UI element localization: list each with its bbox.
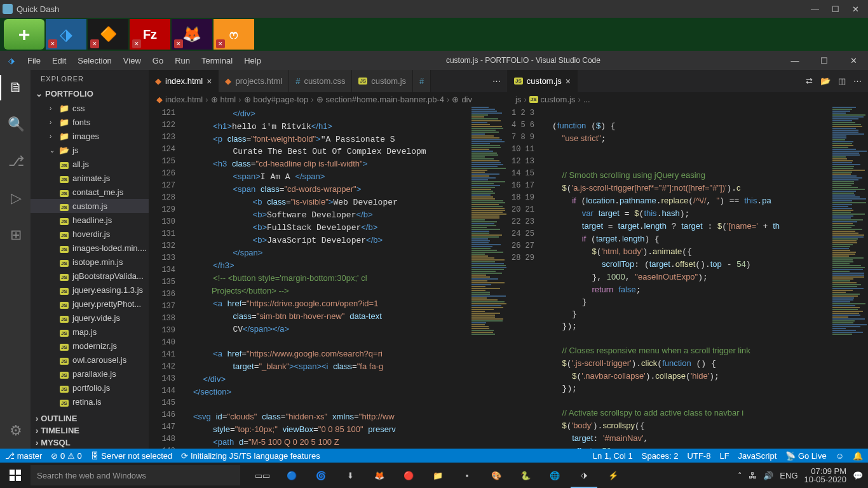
status-bell-icon[interactable]: 🔔	[853, 451, 863, 461]
tray-up-icon[interactable]: ˄	[738, 471, 742, 480]
qd-min[interactable]: —	[811, 4, 819, 14]
right-breadcrumb[interactable]: js› JScustom.js› ...	[508, 92, 868, 106]
status-encoding[interactable]: UTF-8	[688, 451, 711, 461]
left-code[interactable]: </div> <h1>hello i'm Ritvik</h1> <p clas…	[184, 106, 469, 449]
ql-xampp[interactable]: ෆ✕	[214, 19, 254, 50]
activity-extensions-icon[interactable]: ⊞	[0, 222, 31, 248]
menu-edit[interactable]: Edit	[47, 53, 71, 68]
tb-app-icon[interactable]: ⬇	[337, 463, 363, 488]
tb-app-icon[interactable]: 🔵	[278, 463, 305, 488]
right-minimap[interactable]	[830, 106, 868, 449]
qd-max[interactable]: ☐	[832, 4, 839, 14]
folder-css[interactable]: ›📁css	[31, 101, 149, 115]
tb-taskview-icon[interactable]: ▭▭	[249, 463, 276, 488]
activity-scm-icon[interactable]: ⎇	[0, 149, 31, 174]
section-timeline[interactable]: ›TIMELINE	[31, 424, 149, 437]
activity-debug-icon[interactable]: ▷	[0, 186, 31, 211]
compare-icon[interactable]: ⇄	[806, 76, 813, 86]
file-item[interactable]: JScontact_me.js	[31, 185, 149, 199]
file-item[interactable]: JSisotope.min.js	[31, 255, 149, 269]
file-item[interactable]: JSretina.is	[31, 395, 149, 409]
close-icon[interactable]: ×	[207, 76, 212, 86]
status-spaces[interactable]: Spaces: 2	[642, 451, 679, 461]
tab-index-html[interactable]: ◆index.html×	[149, 70, 219, 92]
win-close[interactable]: ✕	[839, 51, 868, 70]
section-mysql[interactable]: ›MYSQL	[31, 437, 149, 449]
status-lang[interactable]: JavaScript	[738, 451, 777, 461]
status-feedback-icon[interactable]: ☺	[836, 451, 844, 461]
tb-terminal-icon[interactable]: ▪	[454, 463, 480, 488]
status-eol[interactable]: LF	[719, 451, 729, 461]
tb-firefox-icon[interactable]: 🦊	[366, 463, 393, 488]
tb-vscode-icon[interactable]: ⬗	[571, 463, 597, 488]
file-item[interactable]: JSmodernizr.js	[31, 339, 149, 353]
close-icon[interactable]: ×	[566, 76, 571, 86]
file-item[interactable]: JSjquery.prettyPhot...	[31, 297, 149, 311]
menu-go[interactable]: Go	[147, 53, 168, 68]
file-item[interactable]: JSjquery.easing.1.3.js	[31, 283, 149, 297]
ql-filezilla[interactable]: Fz✕	[130, 19, 170, 50]
taskbar-search[interactable]: Search the web and Windows	[31, 465, 240, 485]
tray-lang[interactable]: ENG	[780, 471, 797, 480]
tb-app-icon[interactable]: ⚡	[600, 463, 627, 488]
activity-search-icon[interactable]: 🔍	[0, 112, 31, 137]
tray-clock[interactable]: 07:09 PM 10-05-2020	[804, 467, 847, 484]
status-branch[interactable]: ⎇ master	[5, 451, 42, 461]
file-item[interactable]: JSmap.js	[31, 325, 149, 339]
menu-help[interactable]: Help	[239, 53, 266, 68]
more-icon[interactable]: ⋯	[853, 76, 862, 86]
menu-view[interactable]: View	[118, 53, 146, 68]
tray-notif-icon[interactable]: 💬	[853, 471, 863, 480]
tab-overflow[interactable]: #	[413, 70, 431, 92]
sidebar-root[interactable]: ⌄PORTFOLIO	[31, 88, 149, 100]
open-icon[interactable]: 📂	[820, 76, 831, 86]
ql-vscode[interactable]: ⬗✕	[46, 19, 86, 50]
folder-js[interactable]: ⌄📂js	[31, 143, 149, 157]
status-golive[interactable]: 📡 Go Live	[785, 451, 826, 461]
file-item-active[interactable]: JScustom.js	[31, 199, 149, 213]
tab-custom-css[interactable]: #custom.css	[289, 70, 352, 92]
status-problems[interactable]: ⊘ 0 ⚠ 0	[51, 451, 81, 461]
menu-run[interactable]: Run	[170, 53, 195, 68]
ql-app2[interactable]: 🔶✕	[88, 19, 128, 50]
tb-app-icon[interactable]: 🌀	[308, 463, 334, 488]
left-breadcrumb[interactable]: ◆index.html› ⊕html› ⊕body#page-top› ⊕sec…	[149, 92, 507, 106]
section-outline[interactable]: ›OUTLINE	[31, 412, 149, 424]
win-min[interactable]: —	[780, 51, 810, 70]
split-icon[interactable]: ◫	[838, 76, 846, 86]
right-code[interactable]: (function ($) { "use strict"; // Smooth …	[543, 106, 830, 449]
status-cursor[interactable]: Ln 1, Col 1	[593, 451, 633, 461]
tb-app-icon[interactable]: 🎨	[483, 463, 510, 488]
ql-firefox[interactable]: 🦊✕	[172, 19, 212, 50]
tb-python-icon[interactable]: 🐍	[512, 463, 539, 488]
file-item[interactable]: JSjquery.vide.js	[31, 311, 149, 325]
file-item[interactable]: JSowl.carousel.js	[31, 353, 149, 367]
win-max[interactable]: ☐	[810, 51, 839, 70]
folder-images[interactable]: ›📁images	[31, 129, 149, 143]
status-server[interactable]: 🗄 Server not selected	[91, 451, 173, 461]
start-button[interactable]	[0, 463, 31, 488]
folder-fonts[interactable]: ›📁fonts	[31, 115, 149, 129]
system-tray[interactable]: ˄ 🖧 🔊 ENG 07:09 PM 10-05-2020 💬	[738, 467, 868, 484]
tabs-more-icon[interactable]: ⋯	[492, 76, 501, 86]
tab-custom-js-right[interactable]: JScustom.js×	[508, 70, 578, 92]
menu-terminal[interactable]: Terminal	[196, 53, 238, 68]
tray-net-icon[interactable]: 🖧	[749, 471, 757, 480]
tb-folder-icon[interactable]: 📁	[424, 463, 451, 488]
file-item[interactable]: JSheadline.js	[31, 213, 149, 227]
tray-vol-icon[interactable]: 🔊	[763, 471, 773, 480]
file-item[interactable]: JSimages-loded.min....	[31, 241, 149, 255]
qd-close[interactable]: ✕	[852, 4, 859, 14]
ql-add[interactable]: +	[4, 19, 44, 50]
activity-settings-icon[interactable]: ⚙	[0, 418, 31, 444]
tab-custom-js-left[interactable]: JScustom.js	[352, 70, 413, 92]
file-item[interactable]: JSanimate.js	[31, 171, 149, 185]
file-item[interactable]: JSparallaxie.js	[31, 367, 149, 381]
file-item[interactable]: JSjqBootstrapValida...	[31, 269, 149, 283]
activity-explorer-icon[interactable]: 🗎	[0, 75, 31, 100]
tab-projects-html[interactable]: ◆projects.html	[219, 70, 289, 92]
file-item[interactable]: JShoverdir.js	[31, 227, 149, 241]
menu-selection[interactable]: Selection	[72, 53, 116, 68]
tb-app-icon[interactable]: 🌐	[541, 463, 568, 488]
left-minimap[interactable]	[469, 106, 507, 449]
